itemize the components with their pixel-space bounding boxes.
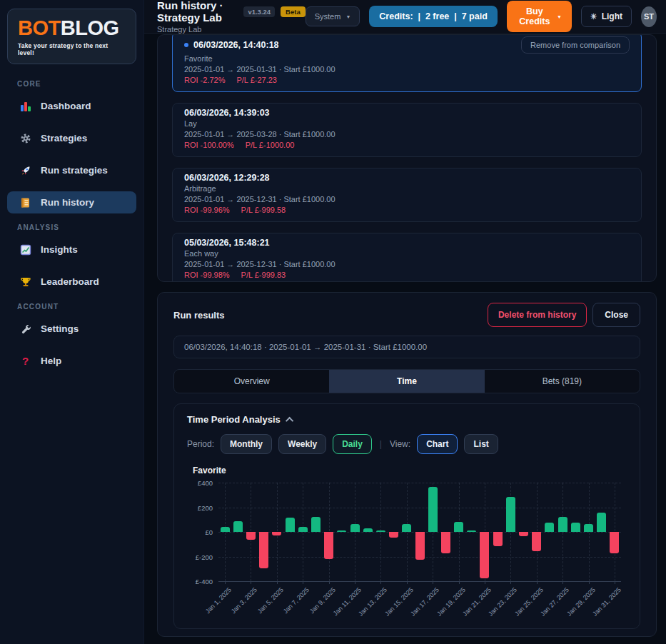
sidebar-item-leaderboard[interactable]: Leaderboard bbox=[7, 271, 136, 293]
run-card[interactable]: 06/03/2026, 12:29:28 Arbitrage 2025-01-0… bbox=[172, 168, 642, 222]
view-chart-button[interactable]: Chart bbox=[417, 434, 458, 454]
run-card[interactable]: 05/03/2026, 15:48:21 Each way 2025-01-01… bbox=[172, 233, 642, 282]
run-strategy: Favorite bbox=[184, 54, 630, 64]
gear-icon bbox=[19, 132, 31, 144]
run-result-line: ROI -99.98% P/L £-999.83 bbox=[184, 270, 630, 281]
theme-toggle-label: Light bbox=[602, 11, 622, 21]
remove-from-comparison-button[interactable]: Remove from comparison bbox=[521, 36, 630, 54]
chart-gridline bbox=[355, 483, 355, 581]
chart-bar bbox=[428, 487, 438, 532]
logo-text: BOTBLOG bbox=[18, 18, 126, 39]
run-date: 06/03/2026, 14:39:03 bbox=[184, 108, 270, 119]
buy-credits-label: Buy Credits bbox=[517, 6, 553, 26]
sidebar-item-label: Insights bbox=[41, 244, 78, 255]
bar-chart: £400£200£0£-200£-400 bbox=[187, 480, 627, 581]
nav-section-core: CORE bbox=[17, 80, 143, 88]
run-range: 2025-01-01 → 2025-12-31 · Start £1000.00 bbox=[184, 259, 630, 270]
chart-bar bbox=[454, 522, 463, 532]
chart-gridline bbox=[562, 483, 563, 581]
chart-bar bbox=[597, 513, 606, 532]
sidebar-item-strategies[interactable]: Strategies bbox=[7, 127, 136, 149]
logo-blog: BLOG bbox=[61, 16, 119, 39]
bar-chart-icon bbox=[19, 100, 31, 112]
chart-bar bbox=[363, 528, 373, 532]
buy-credits-button[interactable]: Buy Credits ▼ bbox=[507, 1, 572, 32]
sun-icon: ☀ bbox=[590, 12, 597, 21]
run-card-selected[interactable]: 06/03/2026, 14:40:18 Remove from compari… bbox=[172, 34, 642, 92]
chevron-down-icon: ▼ bbox=[557, 14, 562, 19]
chart-gridline bbox=[218, 483, 621, 483]
view-list-button[interactable]: List bbox=[464, 434, 498, 454]
ledger-icon bbox=[19, 196, 31, 208]
delete-from-history-button[interactable]: Delete from history bbox=[488, 303, 587, 327]
system-theme-select[interactable]: System ▼ bbox=[306, 6, 360, 26]
nav-section-analysis: ANALYSIS bbox=[17, 223, 143, 231]
run-summary-bar: 06/03/2026, 14:40:18 · 2025-01-01 → 2025… bbox=[173, 336, 640, 358]
time-period-analysis: Time Period Analysis Period: Monthly Wee… bbox=[173, 403, 640, 629]
chart-tick bbox=[537, 581, 538, 584]
sidebar-item-help[interactable]: ? Help bbox=[7, 350, 136, 372]
chart-ytick-label: £0 bbox=[205, 528, 213, 536]
period-daily-button[interactable]: Daily bbox=[333, 434, 372, 454]
chart-bar bbox=[532, 532, 541, 551]
time-period-analysis-header[interactable]: Time Period Analysis bbox=[187, 414, 627, 425]
run-pl: P/L £-27.23 bbox=[236, 75, 276, 86]
trophy-icon bbox=[19, 276, 31, 288]
chart-xtick-label: Jan 3, 2025 bbox=[230, 586, 258, 615]
chart-bar bbox=[584, 524, 593, 532]
selected-dot-icon bbox=[184, 43, 188, 47]
chart-bar bbox=[493, 532, 503, 546]
sidebar: BOTBLOG Take your strategy to the next l… bbox=[0, 0, 144, 644]
chart-xtick-label: Jan 7, 2025 bbox=[282, 586, 311, 615]
period-weekly-button[interactable]: Weekly bbox=[278, 434, 326, 454]
sidebar-item-label: Settings bbox=[41, 323, 79, 334]
run-strategy: Lay bbox=[184, 119, 630, 129]
results-tabs: Overview Time Bets (819) bbox=[173, 369, 640, 393]
run-history-list: 06/03/2026, 14:40:18 Remove from compari… bbox=[172, 34, 642, 282]
sidebar-item-label: Run strategies bbox=[41, 165, 108, 176]
chevron-down-icon: ▼ bbox=[345, 14, 350, 19]
theme-toggle-button[interactable]: ☀ Light bbox=[581, 6, 632, 27]
sidebar-item-insights[interactable]: Insights bbox=[7, 238, 136, 261]
sidebar-item-label: Leaderboard bbox=[41, 276, 99, 287]
tab-bets[interactable]: Bets (819) bbox=[485, 370, 640, 393]
chart-tick bbox=[589, 581, 590, 584]
chart-tick bbox=[459, 581, 460, 584]
nav-section-account: ACCOUNT bbox=[17, 303, 143, 311]
run-range: 2025-01-01 → 2025-01-31 · Start £1000.00 bbox=[184, 64, 630, 75]
sidebar-item-run-history[interactable]: Run history bbox=[7, 191, 136, 213]
run-card[interactable]: 06/03/2026, 14:39:03 Lay 2025-01-01 → 20… bbox=[172, 103, 642, 157]
sidebar-item-settings[interactable]: Settings bbox=[7, 318, 136, 340]
run-strategy: Arbitrage bbox=[184, 183, 630, 194]
chart-gridline bbox=[589, 483, 590, 581]
time-period-analysis-title: Time Period Analysis bbox=[187, 414, 281, 425]
chart-bar bbox=[402, 524, 411, 532]
tab-overview[interactable]: Overview bbox=[174, 370, 329, 393]
tab-time[interactable]: Time bbox=[329, 370, 484, 393]
credits-pill: Credits: | 2 free | 7 paid bbox=[369, 6, 497, 27]
chart-bar bbox=[246, 532, 256, 540]
sidebar-item-run-strategies[interactable]: Run strategies bbox=[7, 159, 136, 181]
chart-bar bbox=[558, 517, 567, 532]
close-button[interactable]: Close bbox=[592, 303, 640, 327]
chart-tick bbox=[303, 581, 303, 584]
chart-bar bbox=[376, 530, 385, 532]
avatar[interactable]: ST bbox=[641, 6, 657, 27]
chart-ytick-label: £200 bbox=[198, 503, 213, 511]
chart-gridline bbox=[225, 483, 226, 581]
chart-bar bbox=[324, 532, 333, 559]
run-pl: P/L £-999.58 bbox=[241, 205, 286, 216]
chart-bar bbox=[389, 532, 398, 538]
sidebar-item-dashboard[interactable]: Dashboard bbox=[7, 95, 136, 117]
run-range: 2025-01-01 → 2025-12-31 · Start £1000.00 bbox=[184, 194, 630, 205]
rocket-icon bbox=[19, 164, 31, 176]
chevron-up-icon bbox=[286, 416, 293, 424]
controls-separator: | bbox=[380, 439, 382, 449]
logo: BOTBLOG Take your strategy to the next l… bbox=[7, 9, 136, 64]
run-pl: P/L £-1000.00 bbox=[246, 140, 295, 151]
period-monthly-button[interactable]: Monthly bbox=[221, 434, 272, 454]
chart-tick bbox=[380, 581, 381, 584]
chart-gridline bbox=[407, 483, 408, 581]
period-label: Period: bbox=[187, 439, 214, 449]
chart-xaxis: Jan 1, 2025Jan 3, 2025Jan 5, 2025Jan 7, … bbox=[218, 581, 627, 621]
